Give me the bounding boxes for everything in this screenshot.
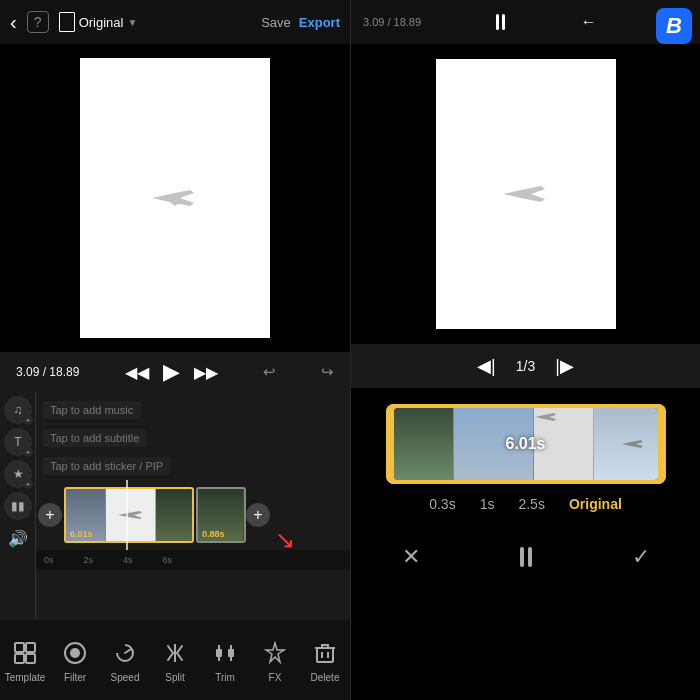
- undo-button[interactable]: ↩: [263, 363, 276, 381]
- add-sticker-button[interactable]: ★ +: [4, 460, 32, 488]
- trim-time-options: 0.3s 1s 2.5s Original: [429, 496, 622, 512]
- tool-split-label: Split: [165, 672, 184, 683]
- trim-handle-left[interactable]: [386, 404, 394, 484]
- redo-button[interactable]: ↪: [321, 363, 334, 381]
- filter-icon: [60, 638, 90, 668]
- ruler-mark-4: 4s: [123, 555, 133, 565]
- trim-pause-button[interactable]: [501, 532, 551, 582]
- app-logo-badge: B: [656, 8, 692, 44]
- chevron-down-icon: ▼: [127, 17, 137, 28]
- right-skip-back-button[interactable]: ◀|: [477, 355, 496, 377]
- skip-forward-button[interactable]: ▶▶: [194, 363, 218, 382]
- add-clip-button[interactable]: +: [38, 503, 62, 527]
- ratio-button[interactable]: Original ▼: [59, 12, 138, 32]
- sticker-track-label[interactable]: Tap to add sticker / PIP: [42, 457, 171, 475]
- text-icon: T: [14, 435, 21, 449]
- clip-plane-icon: [116, 509, 146, 521]
- trim-thumb-4: [594, 408, 658, 480]
- subtitle-track-row: Tap to add subtitle: [36, 424, 350, 452]
- pause-bar-1: [496, 14, 499, 30]
- right-arrow-button[interactable]: ←: [581, 13, 597, 31]
- add-subtitle-button[interactable]: T +: [4, 428, 32, 456]
- clip1-duration: 6.01s: [70, 529, 93, 539]
- play-button[interactable]: ▶: [163, 359, 180, 385]
- add-clip-button-right[interactable]: +: [246, 503, 270, 527]
- tool-filter[interactable]: Filter: [50, 638, 100, 683]
- svg-rect-7: [216, 649, 222, 657]
- plus-badge: +: [23, 479, 33, 489]
- pause-bar-left: [520, 547, 524, 567]
- svg-rect-3: [26, 654, 35, 663]
- music-track-label[interactable]: Tap to add music: [42, 401, 141, 419]
- trim-plane-icon-2: [621, 439, 646, 449]
- right-pause-control[interactable]: [496, 14, 505, 30]
- music-track-row: Tap to add music: [36, 396, 350, 424]
- sticker-icon: ★: [13, 467, 24, 481]
- tool-speed[interactable]: Speed: [100, 638, 150, 683]
- save-button[interactable]: Save: [261, 15, 291, 30]
- left-header: ‹ ? Original ▼ Save Export: [0, 0, 350, 44]
- volume-button[interactable]: 🔊: [4, 524, 32, 552]
- trim-option-0.3s[interactable]: 0.3s: [429, 496, 455, 512]
- clip2-duration: 0.88s: [202, 529, 225, 539]
- fx-icon: [260, 638, 290, 668]
- page-indicator: 1/3: [516, 358, 535, 374]
- trim-handle-right[interactable]: [658, 404, 666, 484]
- trim-option-2.5s[interactable]: 2.5s: [518, 496, 544, 512]
- right-preview-area: [351, 44, 700, 344]
- tool-trim[interactable]: Trim: [200, 638, 250, 683]
- plus-badge: +: [23, 415, 33, 425]
- tool-fx[interactable]: FX: [250, 638, 300, 683]
- tool-split[interactable]: Split: [150, 638, 200, 683]
- clip-segment-2[interactable]: 0.88s: [196, 487, 246, 543]
- video-track-icon: ▮▮: [4, 492, 32, 520]
- music-icon: ♫: [14, 403, 23, 417]
- ratio-icon: [59, 12, 75, 32]
- svg-rect-9: [317, 648, 333, 662]
- export-button[interactable]: Export: [299, 15, 340, 30]
- right-controls-bar: ◀| 1/3 |▶: [351, 344, 700, 388]
- trim-clip-visual[interactable]: 6.01s: [386, 404, 666, 484]
- speed-icon: [110, 638, 140, 668]
- bottom-toolbar: Template Filter: [0, 620, 350, 700]
- time-display: 3.09 / 18.89: [16, 365, 79, 379]
- sticker-track-row: Tap to add sticker / PIP: [36, 452, 350, 480]
- trim-icon: [210, 638, 240, 668]
- svg-rect-2: [15, 654, 24, 663]
- split-icon: [160, 638, 190, 668]
- ruler-mark-2: 2s: [84, 555, 94, 565]
- trim-cancel-button[interactable]: ✕: [386, 532, 436, 582]
- tool-filter-label: Filter: [64, 672, 86, 683]
- playback-controls-bar: 3.09 / 18.89 ◀◀ ▶ ▶▶ ↩ ↪: [0, 352, 350, 392]
- trim-plane-icon: [534, 412, 559, 422]
- help-button[interactable]: ?: [27, 11, 49, 33]
- tool-delete[interactable]: Delete: [300, 638, 350, 683]
- ratio-label: Original: [79, 15, 124, 30]
- right-plane-icon: [501, 184, 551, 204]
- video-track: + 6.01s: [38, 485, 270, 545]
- playback-controls: ◀◀ ▶ ▶▶: [125, 359, 218, 385]
- trim-confirm-button[interactable]: ✓: [616, 532, 666, 582]
- svg-rect-0: [15, 643, 24, 652]
- clip-segment-1[interactable]: 6.01s: [64, 487, 194, 543]
- tool-fx-label: FX: [269, 672, 282, 683]
- right-skip-forward-button[interactable]: |▶: [555, 355, 574, 377]
- ruler-mark-6: 6s: [163, 555, 173, 565]
- tool-delete-label: Delete: [311, 672, 340, 683]
- svg-rect-8: [228, 649, 234, 657]
- trim-option-original[interactable]: Original: [569, 496, 622, 512]
- skip-back-button[interactable]: ◀◀: [125, 363, 149, 382]
- timeline-cursor: [126, 480, 128, 550]
- right-header: 3.09 / 18.89 ← →: [351, 0, 700, 44]
- trim-option-1s[interactable]: 1s: [480, 496, 495, 512]
- add-music-button[interactable]: ♫ +: [4, 396, 32, 424]
- film-icon: ▮▮: [11, 499, 25, 513]
- tool-template-label: Template: [5, 672, 46, 683]
- subtitle-track-label[interactable]: Tap to add subtitle: [42, 429, 147, 447]
- back-button[interactable]: ‹: [10, 11, 17, 34]
- tool-template[interactable]: Template: [0, 638, 50, 683]
- trim-duration-label: 6.01s: [505, 435, 545, 453]
- right-preview-canvas: [436, 59, 616, 329]
- tool-speed-label: Speed: [111, 672, 140, 683]
- pause-bar-right: [528, 547, 532, 567]
